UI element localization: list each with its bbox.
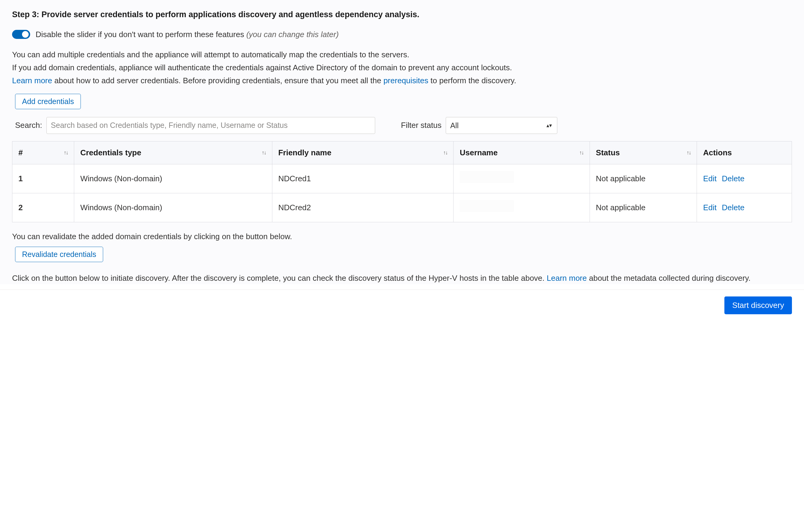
cell-actions: Edit Delete: [697, 193, 792, 222]
learn-more-discovery-link[interactable]: Learn more: [547, 273, 587, 283]
toggle-label-text: Disable the slider if you don't want to …: [36, 30, 246, 39]
th-type-label: Credentials type: [80, 147, 141, 159]
desc-line-2: If you add domain credentials, appliance…: [12, 62, 792, 74]
sort-icon: ↑↓: [64, 149, 68, 157]
redacted-username: [460, 171, 514, 183]
cell-actions: Edit Delete: [697, 164, 792, 193]
discovery-desc-a: Click on the button below to initiate di…: [12, 273, 547, 283]
th-actions: Actions: [697, 141, 792, 164]
sort-icon: ↑↓: [686, 149, 691, 157]
filter-status-select[interactable]: All: [446, 117, 557, 134]
table-row: 1 Windows (Non-domain) NDCred1 Not appli…: [12, 164, 792, 193]
step-title: Step 3: Provide server credentials to pe…: [12, 8, 792, 21]
feature-toggle[interactable]: [12, 30, 30, 39]
th-username[interactable]: Username↑↓: [454, 141, 590, 164]
revalidate-description: You can revalidate the added domain cred…: [12, 231, 792, 243]
cell-username: [454, 193, 590, 222]
delete-link[interactable]: Delete: [722, 174, 744, 183]
th-name[interactable]: Friendly name↑↓: [272, 141, 454, 164]
toggle-label-note: (you can change this later): [246, 30, 339, 39]
cell-status: Not applicable: [590, 164, 697, 193]
filter-status-label: Filter status: [401, 119, 441, 131]
cell-number: 1: [12, 164, 74, 193]
discovery-description: Click on the button below to initiate di…: [12, 272, 792, 284]
cell-type: Windows (Non-domain): [74, 164, 272, 193]
redacted-username: [460, 200, 514, 212]
cell-number: 2: [12, 193, 74, 222]
cell-type: Windows (Non-domain): [74, 193, 272, 222]
cell-username: [454, 164, 590, 193]
sort-icon: ↑↓: [262, 149, 266, 157]
prerequisites-link[interactable]: prerequisites: [383, 76, 428, 85]
desc-line-3: Learn more about how to add server crede…: [12, 75, 792, 87]
desc-line-1: You can add multiple credentials and the…: [12, 49, 792, 61]
start-discovery-button[interactable]: Start discovery: [724, 297, 792, 314]
footer-bar: Start discovery: [0, 289, 804, 322]
add-credentials-button[interactable]: Add credentials: [15, 94, 81, 109]
th-username-label: Username: [460, 147, 498, 159]
th-status-label: Status: [596, 147, 620, 159]
delete-link[interactable]: Delete: [722, 203, 744, 212]
th-name-label: Friendly name: [279, 147, 331, 159]
sort-icon: ↑↓: [579, 149, 583, 157]
desc-text-3d: to perform the discovery.: [428, 76, 516, 85]
edit-link[interactable]: Edit: [703, 203, 716, 212]
cell-status: Not applicable: [590, 193, 697, 222]
discovery-desc-b: about the metadata collected during disc…: [587, 273, 751, 283]
th-number[interactable]: #↑↓: [12, 141, 74, 164]
th-actions-label: Actions: [703, 148, 732, 157]
table-header-row: #↑↓ Credentials type↑↓ Friendly name↑↓ U…: [12, 141, 792, 164]
revalidate-credentials-button[interactable]: Revalidate credentials: [15, 247, 103, 262]
edit-link[interactable]: Edit: [703, 174, 716, 183]
search-label: Search:: [15, 119, 42, 131]
th-number-label: #: [18, 147, 23, 159]
cell-name: NDCred2: [272, 193, 454, 222]
cell-name: NDCred1: [272, 164, 454, 193]
feature-toggle-label: Disable the slider if you don't want to …: [36, 28, 339, 40]
table-row: 2 Windows (Non-domain) NDCred2 Not appli…: [12, 193, 792, 222]
credentials-table: #↑↓ Credentials type↑↓ Friendly name↑↓ U…: [12, 141, 792, 222]
desc-text-3b: about how to add server credentials. Bef…: [52, 76, 383, 85]
th-type[interactable]: Credentials type↑↓: [74, 141, 272, 164]
learn-more-link[interactable]: Learn more: [12, 76, 52, 85]
search-input[interactable]: [46, 117, 375, 134]
sort-icon: ↑↓: [443, 149, 447, 157]
th-status[interactable]: Status↑↓: [590, 141, 697, 164]
